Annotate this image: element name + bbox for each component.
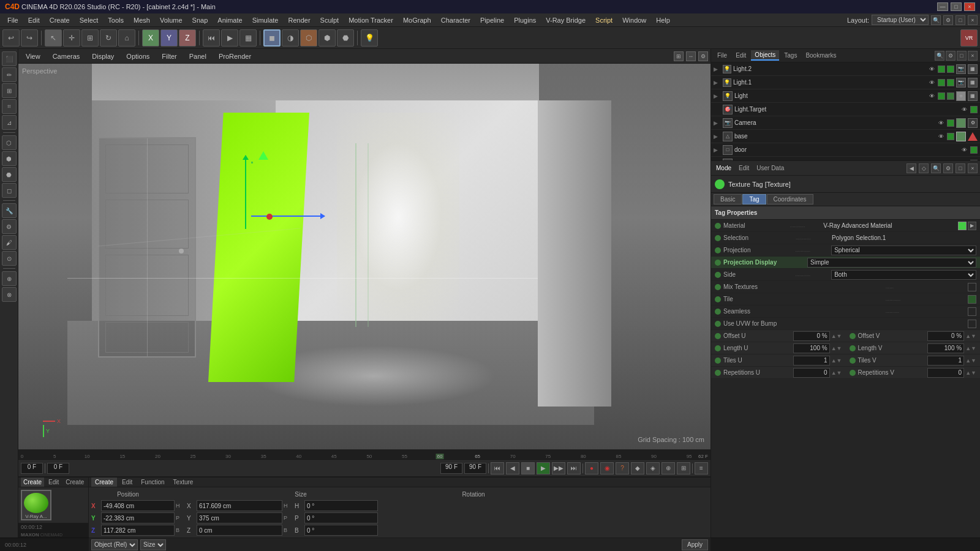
pt-tab-basic[interactable]: Basic bbox=[714, 194, 742, 204]
projection-select[interactable]: Spherical Cylindrical Flat Cubic UVW Map… bbox=[831, 246, 976, 255]
vp-icon-2[interactable]: ↔ bbox=[686, 51, 696, 61]
sidebar-tool-7[interactable]: ⬢ bbox=[2, 151, 17, 166]
cam-vis-icon[interactable]: 👁 bbox=[937, 119, 945, 127]
edge-mode[interactable]: ⬢ bbox=[318, 29, 336, 47]
seamless-check[interactable] bbox=[968, 307, 976, 316]
stop-button[interactable]: ■ bbox=[521, 462, 535, 474]
side-select[interactable]: Both Front Back bbox=[831, 270, 976, 280]
transform-tool[interactable]: ⌂ bbox=[118, 29, 135, 47]
frame-offset-input[interactable]: 0 F bbox=[47, 463, 69, 474]
props-icons-right2[interactable]: □ bbox=[956, 163, 965, 173]
mat-tab-edit[interactable]: Edit bbox=[46, 478, 61, 487]
lt-vis-icon[interactable]: 👁 bbox=[960, 105, 968, 114]
rotate-tool[interactable]: ↻ bbox=[100, 29, 117, 47]
props-nav-left[interactable]: ◀ bbox=[907, 163, 916, 173]
record-button[interactable]: ● bbox=[585, 462, 598, 474]
layout-dropdown[interactable]: Startup (User) bbox=[872, 15, 929, 25]
sidebar-tool-9[interactable]: ◻ bbox=[2, 183, 17, 198]
select-tool[interactable]: ↖ bbox=[45, 29, 62, 47]
pt-tab-tag[interactable]: Tag bbox=[742, 194, 766, 204]
mat-tab-function[interactable]: Create bbox=[63, 478, 86, 487]
material-arrow-btn[interactable]: ▶ bbox=[968, 222, 976, 230]
menu-file[interactable]: File bbox=[2, 15, 23, 25]
menu-help[interactable]: Help bbox=[651, 15, 675, 25]
frame-end2-input[interactable]: 90 F bbox=[464, 463, 486, 474]
light1-icon-extra[interactable]: 📷 bbox=[956, 78, 966, 88]
sidebar-tool-14[interactable]: ⊕ bbox=[2, 271, 17, 286]
light-icon-extra[interactable]: ▦ bbox=[968, 91, 978, 101]
sidebar-tool-5[interactable]: ⊿ bbox=[2, 115, 17, 130]
menu-script[interactable]: Script bbox=[590, 15, 617, 25]
timeline-scheme-button[interactable]: ⊞ bbox=[677, 462, 690, 474]
keyframe-2-button[interactable]: ◈ bbox=[646, 462, 660, 474]
size-y-input[interactable] bbox=[197, 512, 282, 523]
light-vis-icon[interactable]: 👁 bbox=[927, 92, 936, 100]
frame-all-button[interactable]: ⏮ bbox=[203, 29, 220, 47]
door-vis-icon[interactable]: 👁 bbox=[960, 146, 968, 154]
tab-tags[interactable]: Tags bbox=[780, 51, 801, 60]
sidebar-tool-3[interactable]: ⊞ bbox=[2, 83, 17, 98]
obj-icon3[interactable]: □ bbox=[957, 51, 967, 61]
obj-door[interactable]: ▶ □ door 👁 bbox=[711, 143, 980, 157]
light2-extra2[interactable]: ▦ bbox=[968, 64, 978, 74]
vp-tab-cameras[interactable]: Cameras bbox=[48, 51, 85, 61]
tab-edit[interactable]: Edit bbox=[732, 51, 750, 60]
layout-icon2[interactable]: □ bbox=[956, 15, 965, 25]
menu-window[interactable]: Window bbox=[617, 15, 651, 25]
keyframe-button[interactable]: ◆ bbox=[631, 462, 644, 474]
light-icon-circle[interactable]: ○ bbox=[956, 91, 966, 101]
menu-simulate[interactable]: Simulate bbox=[247, 15, 284, 25]
menu-sculpt[interactable]: Sculpt bbox=[315, 15, 344, 25]
vp-tab-filter[interactable]: Filter bbox=[157, 51, 181, 61]
minimize-button[interactable]: — bbox=[937, 2, 948, 11]
sidebar-tool-6[interactable]: ⬡ bbox=[2, 135, 17, 150]
light-check-1[interactable] bbox=[938, 92, 945, 100]
menu-create[interactable]: Create bbox=[45, 15, 75, 25]
record-pos-button[interactable]: ◉ bbox=[600, 462, 614, 474]
sidebar-tool-15[interactable]: ⊗ bbox=[2, 287, 17, 302]
light2-check-1[interactable] bbox=[938, 66, 945, 73]
sidebar-tool-8[interactable]: ⬣ bbox=[2, 167, 17, 182]
menu-snap[interactable]: Snap bbox=[187, 15, 213, 25]
play-forward-button[interactable]: ▶▶ bbox=[552, 462, 565, 474]
redo-button[interactable]: ↪ bbox=[21, 29, 38, 47]
offset-v-input[interactable] bbox=[927, 331, 964, 341]
obj-base[interactable]: ▶ △ base 👁 bbox=[711, 130, 980, 143]
reps-v-input[interactable] bbox=[927, 368, 964, 378]
vp-tab-view[interactable]: View bbox=[21, 51, 45, 61]
sidebar-tool-2[interactable]: ✏ bbox=[2, 67, 17, 82]
auto-key-button[interactable]: ? bbox=[616, 462, 629, 474]
obj-search-icon[interactable]: 🔍 bbox=[935, 51, 944, 61]
play-back-button[interactable]: ◀ bbox=[506, 462, 519, 474]
scale-tool[interactable]: ⊞ bbox=[81, 29, 99, 47]
goto-start-button[interactable]: ⏮ bbox=[491, 462, 504, 474]
menu-vray[interactable]: V-Ray Bridge bbox=[541, 15, 590, 25]
door-check-1[interactable] bbox=[970, 146, 978, 154]
play-button[interactable]: ▶ bbox=[537, 462, 550, 474]
tab-bookmarks[interactable]: Bookmarks bbox=[802, 51, 840, 60]
axis-x-button[interactable]: X bbox=[142, 29, 159, 47]
transform-tab-create[interactable]: Create bbox=[91, 478, 117, 487]
light-check-2[interactable] bbox=[947, 92, 954, 100]
size-x-input[interactable] bbox=[197, 500, 282, 511]
menu-tools[interactable]: Tools bbox=[103, 15, 129, 25]
cam-settings-icon[interactable]: ⚙ bbox=[968, 118, 978, 128]
polygon-mode[interactable]: ⬡ bbox=[300, 29, 317, 47]
tiles-v-input[interactable] bbox=[927, 356, 964, 365]
props-icons-right3[interactable]: × bbox=[968, 163, 978, 173]
obj-light[interactable]: ▶ 💡 Light 👁 ○ ▦ bbox=[711, 89, 980, 103]
dope-sheet-button[interactable]: ≡ bbox=[695, 462, 708, 474]
goto-end-button[interactable]: ⏭ bbox=[567, 462, 581, 474]
size-z-input[interactable] bbox=[197, 525, 282, 536]
mode-label[interactable]: Mode bbox=[714, 163, 734, 173]
transform-tab-texture[interactable]: Texture bbox=[170, 478, 197, 487]
menu-edit[interactable]: Edit bbox=[23, 15, 45, 25]
render-button[interactable]: ▦ bbox=[239, 29, 257, 47]
transform-tab-edit[interactable]: Edit bbox=[118, 478, 136, 487]
apply-button[interactable]: Apply bbox=[682, 539, 708, 550]
sidebar-tool-10[interactable]: 🔧 bbox=[2, 203, 17, 218]
props-search-icon[interactable]: 🔍 bbox=[931, 163, 941, 173]
maximize-button[interactable]: □ bbox=[951, 2, 962, 11]
material-link-btn[interactable] bbox=[958, 222, 967, 230]
vp-tab-prorender[interactable]: ProRender bbox=[214, 51, 256, 61]
